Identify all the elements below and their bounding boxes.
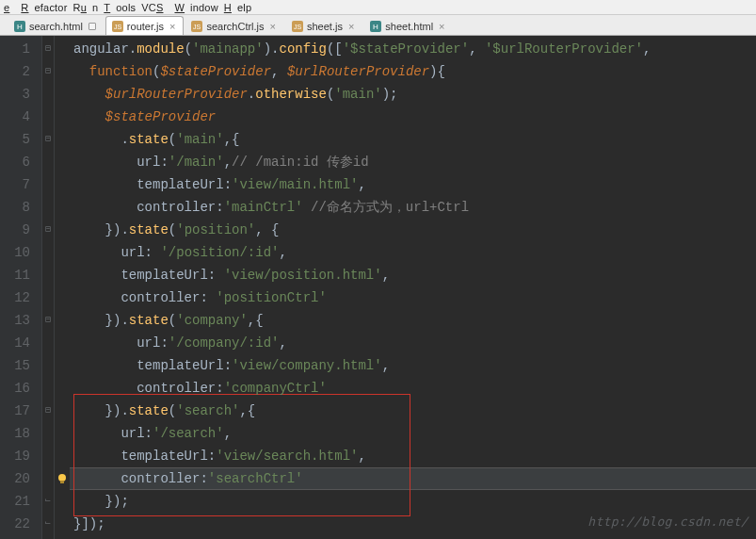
code-line[interactable]: $stateProvider	[73, 106, 651, 128]
line-number: 19	[0, 445, 30, 467]
line-number: 2	[0, 60, 30, 83]
code-line[interactable]: $urlRouterProvider.otherwise('main');	[73, 83, 651, 106]
line-number: 15	[0, 354, 30, 377]
svg-text:JS: JS	[114, 24, 122, 30]
close-icon[interactable]: ×	[348, 21, 354, 32]
svg-point-10	[58, 474, 66, 482]
svg-text:JS: JS	[193, 24, 201, 30]
menu-item-e[interactable]: e	[4, 2, 15, 13]
menu-item-vcs[interactable]: VCS	[141, 2, 169, 13]
line-number: 18	[0, 422, 30, 445]
menu-item-window[interactable]: Window	[174, 2, 217, 13]
line-number: 4	[0, 106, 30, 128]
code-line[interactable]: controller: 'positionCtrl'	[73, 286, 651, 309]
line-number: 8	[0, 196, 30, 219]
fold-marker	[42, 354, 54, 377]
menu-item-run[interactable]: Run	[73, 2, 99, 13]
tab-router-js[interactable]: JSrouter.js×	[105, 16, 185, 35]
fold-marker[interactable]: ⊟	[42, 128, 54, 151]
close-icon[interactable]: ×	[270, 21, 276, 32]
close-icon[interactable]: ×	[439, 21, 444, 32]
tab-searchCtrl-js[interactable]: JSsearchCtrl.js×	[185, 16, 284, 35]
fold-marker	[42, 467, 54, 490]
intention-bulb-icon[interactable]	[55, 467, 70, 490]
fold-marker[interactable]: ⌙	[42, 513, 54, 535]
tabbar: Hsearch.htmlJSrouter.js×JSsearchCtrl.js×…	[0, 15, 756, 36]
fold-marker[interactable]: ⊟	[42, 400, 54, 422]
code-line[interactable]: url: '/position/:id',	[73, 241, 651, 264]
fold-marker	[42, 264, 54, 286]
code-line[interactable]: url:'/company/:id',	[73, 332, 651, 354]
tab-label: sheet.js	[307, 21, 343, 32]
tab-search-html[interactable]: Hsearch.html	[8, 16, 105, 35]
html-file-icon: H	[14, 21, 25, 32]
line-number: 17	[0, 400, 30, 422]
line-number: 7	[0, 173, 30, 196]
svg-rect-11	[60, 481, 64, 483]
code-line[interactable]: templateUrl:'view/company.html',	[73, 354, 651, 377]
tab-label: search.html	[29, 21, 83, 32]
fold-marker[interactable]: ⊟	[42, 219, 54, 241]
tab-sheet-js[interactable]: JSsheet.js×	[285, 16, 362, 35]
code-line[interactable]: controller:'companyCtrl'	[73, 377, 651, 400]
watermark: http://blog.csdn.net/	[587, 511, 748, 533]
fold-marker	[42, 422, 54, 445]
code-line[interactable]: url:'/main',// /main:id 传参id	[73, 151, 651, 173]
code-line[interactable]: }]);	[73, 513, 651, 535]
html-file-icon: H	[370, 21, 381, 32]
intention-bulb-column	[55, 36, 70, 539]
fold-marker	[42, 241, 54, 264]
svg-text:H: H	[373, 23, 378, 31]
fold-marker	[42, 445, 54, 467]
line-number: 3	[0, 83, 30, 106]
svg-text:H: H	[17, 23, 23, 31]
menu-item-tools[interactable]: Tools	[104, 2, 136, 13]
js-file-icon: JS	[191, 21, 202, 32]
code-editor[interactable]: 12345678910111213141516171819202122 ⊟⊟⊟⊟…	[0, 36, 756, 539]
code-line[interactable]: function($stateProvider, $urlRouterProvi…	[73, 60, 651, 83]
menu-item-refactor[interactable]: Refactor	[21, 2, 67, 13]
line-number: 16	[0, 377, 30, 400]
code-line[interactable]: }).state('search',{	[73, 400, 651, 422]
line-number-gutter: 12345678910111213141516171819202122	[0, 36, 41, 539]
code-line[interactable]: controller:'searchCtrl'	[73, 467, 651, 490]
js-file-icon: JS	[112, 21, 123, 32]
line-number: 12	[0, 286, 30, 309]
code-line[interactable]: controller:'mainCtrl' //命名方式为，url+Ctrl	[73, 196, 651, 219]
line-number: 20	[0, 467, 30, 490]
tab-label: sheet.html	[385, 21, 433, 32]
line-number: 10	[0, 241, 30, 264]
line-number: 14	[0, 332, 30, 354]
code-area[interactable]: angular.module('mainapp').config(['$stat…	[70, 36, 651, 539]
fold-marker[interactable]: ⊟	[42, 309, 54, 332]
code-line[interactable]: }).state('position', {	[73, 219, 651, 241]
svg-text:JS: JS	[294, 24, 302, 30]
fold-marker	[42, 83, 54, 106]
menubar: eRefactorRunToolsVCSWindowHelp	[0, 0, 756, 15]
line-number: 21	[0, 490, 30, 513]
code-line[interactable]: url:'/search',	[73, 422, 651, 445]
code-line[interactable]: }).state('company',{	[73, 309, 651, 332]
code-line[interactable]: angular.module('mainapp').config(['$stat…	[73, 38, 651, 60]
fold-column: ⊟⊟⊟⊟⊟⊟⌙⌙	[41, 36, 55, 539]
code-line[interactable]: .state('main',{	[73, 128, 651, 151]
line-number: 13	[0, 309, 30, 332]
code-line[interactable]: templateUrl:'view/main.html',	[73, 173, 651, 196]
line-number: 6	[0, 151, 30, 173]
close-icon[interactable]: ×	[169, 21, 175, 32]
tab-sheet-html[interactable]: Hsheet.html×	[363, 16, 453, 35]
code-line[interactable]: templateUrl: 'view/position.html',	[73, 264, 651, 286]
fold-marker	[42, 173, 54, 196]
fold-marker[interactable]: ⊟	[42, 60, 54, 83]
line-number: 9	[0, 219, 30, 241]
fold-marker[interactable]: ⊟	[42, 38, 54, 60]
fold-marker	[42, 106, 54, 128]
menu-item-help[interactable]: Help	[224, 2, 251, 13]
code-line[interactable]: });	[73, 490, 651, 513]
pin-icon	[88, 23, 96, 30]
tab-label: searchCtrl.js	[206, 21, 264, 32]
fold-marker[interactable]: ⌙	[42, 490, 54, 513]
line-number: 1	[0, 38, 30, 60]
code-line[interactable]: templateUrl:'view/search.html',	[73, 445, 651, 467]
js-file-icon: JS	[292, 21, 303, 32]
